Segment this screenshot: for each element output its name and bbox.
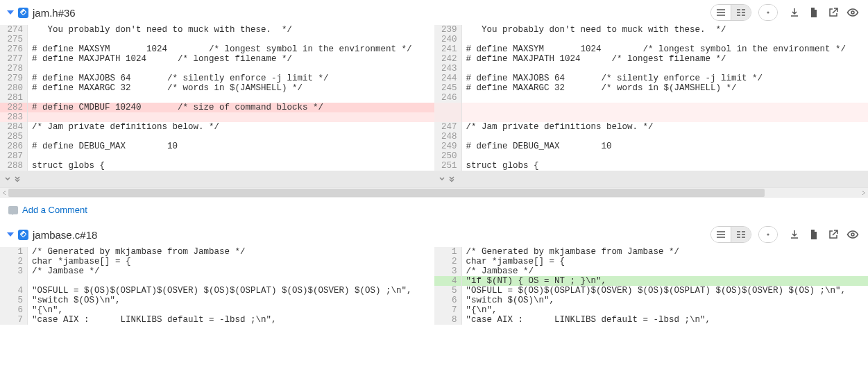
line-number[interactable] [434,103,462,112]
line-number[interactable]: 244 [434,74,462,83]
line-number[interactable]: 278 [0,64,28,74]
expand-down-button[interactable] [3,176,12,182]
code-line[interactable] [28,93,434,103]
line-number[interactable]: 4 [434,276,462,286]
code-line[interactable]: # define CMDBUF 10240 /* size of command… [28,103,434,112]
code-line[interactable] [462,35,869,44]
line-number[interactable]: 5 [0,296,28,305]
code-line[interactable]: /* Jam private definitions below. */ [462,122,869,132]
line-number[interactable]: 274 [0,25,28,35]
code-line[interactable]: /* Jambase */ [28,266,434,276]
code-line[interactable] [28,64,434,74]
line-number[interactable]: 4 [0,286,28,296]
scrollbar-thumb[interactable] [8,189,765,197]
code-line[interactable]: # define MAXJOBS 64 /* silently enforce … [28,74,434,83]
split-view-button[interactable] [731,227,751,242]
line-number[interactable]: 3 [434,266,462,276]
line-number[interactable]: 7 [434,305,462,315]
line-number[interactable]: 284 [0,122,28,132]
line-number[interactable]: 279 [0,74,28,83]
line-number[interactable]: 7 [0,315,28,325]
line-number[interactable]: 5 [434,286,462,296]
code-line[interactable] [462,64,869,74]
code-line[interactable]: # define DEBUG_MAX 10 [462,142,869,151]
file-button[interactable] [804,4,824,21]
line-number[interactable]: 283 [0,112,28,122]
code-line[interactable]: /* Generated by mkjambase from Jambase *… [28,247,434,257]
code-line[interactable]: # define MAXSYM 1024 /* longest symbol i… [462,44,869,54]
dot-button[interactable] [759,227,777,242]
line-number[interactable]: 242 [434,54,462,64]
code-line[interactable] [28,35,434,44]
code-line[interactable]: # define MAXARGC 32 /* words in $(JAMSHE… [462,83,869,93]
file-button[interactable] [804,226,824,243]
code-line[interactable]: struct globs { [28,161,434,171]
code-line[interactable]: # define MAXJPATH 1024 /* longest filena… [462,54,869,64]
line-number[interactable]: 1 [0,247,28,257]
code-line[interactable]: /* Generated by mkjambase from Jambase *… [462,247,869,257]
watch-button[interactable] [843,226,862,243]
line-number[interactable]: 277 [0,54,28,64]
code-line[interactable]: /* Jam private definitions below. */ [28,122,434,132]
code-line[interactable]: "case AIX : LINKLIBS default = -lbsd ;\n… [462,315,869,325]
line-number[interactable]: 280 [0,83,28,93]
line-number[interactable]: 2 [434,257,462,266]
line-number[interactable]: 276 [0,44,28,54]
code-line[interactable]: "if $(NT) { OS = NT ; }\n", [462,276,869,286]
line-number[interactable]: 240 [434,35,462,44]
dot-button[interactable] [759,5,777,20]
line-number[interactable]: 287 [0,151,28,161]
watch-button[interactable] [843,4,862,21]
line-number[interactable]: 1 [434,247,462,257]
add-comment-link[interactable]: Add a Comment [22,205,87,215]
code-line[interactable]: "{\n", [462,305,869,315]
file-title[interactable]: jam.h#36 [33,7,76,19]
code-line[interactable]: # define MAXSYM 1024 /* longest symbol i… [28,44,434,54]
code-line[interactable] [462,112,869,122]
expand-down-button[interactable] [437,176,447,182]
code-line[interactable] [462,132,869,142]
code-line[interactable]: You probably don't need to muck with the… [462,25,869,35]
line-number[interactable] [0,276,28,286]
code-line[interactable]: # define DEBUG_MAX 10 [28,142,434,151]
scroll-right-button[interactable] [858,188,868,198]
line-number[interactable]: 250 [434,151,462,161]
code-line[interactable]: char *jambase[] = { [462,257,869,266]
line-number[interactable]: 239 [434,25,462,35]
code-line[interactable]: You probably don't need to muck with the… [28,25,434,35]
line-number[interactable]: 6 [0,305,28,315]
line-number[interactable]: 243 [434,64,462,74]
code-line[interactable]: char *jambase[] = { [28,257,434,266]
line-number[interactable]: 286 [0,142,28,151]
code-line[interactable]: # define MAXJPATH 1024 /* longest filena… [28,54,434,64]
code-line[interactable]: "OSFULL = $(OS)$(OSPLAT)$(OSVER) $(OS)$(… [462,286,869,296]
line-number[interactable]: 282 [0,103,28,112]
line-number[interactable] [434,112,462,122]
line-number[interactable]: 248 [434,132,462,142]
horizontal-scrollbar[interactable] [0,187,868,198]
collapse-caret-icon[interactable] [7,232,14,237]
expand-all-button[interactable] [447,176,457,182]
line-number[interactable]: 249 [434,142,462,151]
open-external-button[interactable] [824,4,843,21]
line-number[interactable]: 247 [434,122,462,132]
expand-all-button[interactable] [12,176,22,182]
line-number[interactable]: 246 [434,93,462,103]
line-number[interactable]: 245 [434,83,462,93]
line-number[interactable]: 2 [0,257,28,266]
line-number[interactable]: 3 [0,266,28,276]
line-number[interactable]: 251 [434,161,462,171]
collapse-caret-icon[interactable] [7,10,14,15]
line-number[interactable]: 241 [434,44,462,54]
line-number[interactable]: 281 [0,93,28,103]
split-view-button[interactable] [731,5,751,20]
unified-view-button[interactable] [711,227,731,242]
code-line[interactable]: "{\n", [28,305,434,315]
code-line[interactable] [462,151,869,161]
download-button[interactable] [785,226,804,243]
code-line[interactable] [462,93,869,103]
code-line[interactable] [28,132,434,142]
code-line[interactable]: "switch $(OS)\n", [28,296,434,305]
code-line[interactable] [28,276,434,286]
code-line[interactable] [462,103,869,112]
